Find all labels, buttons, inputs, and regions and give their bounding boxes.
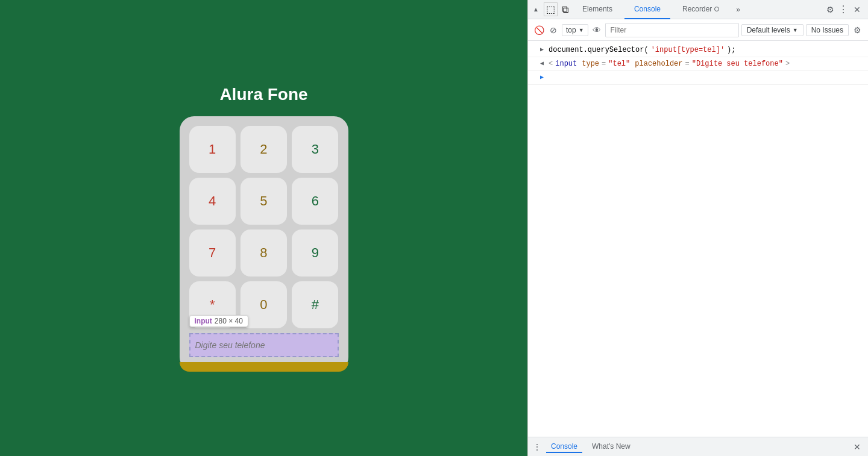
devtools-footer: ⋮ Console What's New ✕ [528, 437, 868, 456]
filter-icon[interactable]: ⊘ [547, 24, 559, 36]
device-icon[interactable]: ⧉ [560, 4, 570, 16]
tab-elements[interactable]: Elements [573, 0, 622, 19]
chevron-down-icon: ▼ [579, 27, 584, 33]
app-title: Alura Fone [219, 85, 307, 104]
key-9[interactable]: 9 [292, 230, 338, 276]
tooltip-size: 280 × 40 [215, 317, 243, 325]
key-8[interactable]: 8 [241, 230, 287, 276]
tab-recorder[interactable]: Recorder [673, 0, 729, 19]
devtools-panel: ▲ ⬚ ⧉ Elements Console Recorder » ⚙ ⋮ ✕ … [527, 0, 868, 456]
devtools-header: ▲ ⬚ ⧉ Elements Console Recorder » ⚙ ⋮ ✕ [528, 0, 868, 19]
key-5[interactable]: 5 [241, 178, 287, 225]
key-6[interactable]: 6 [292, 178, 338, 225]
footer-tab-whatsnew[interactable]: What's New [587, 441, 635, 453]
devtools-content: ▶ document.querySelector('input[type=tel… [528, 41, 868, 437]
key-7[interactable]: 7 [189, 230, 236, 276]
tab-more-icon[interactable]: » [731, 5, 745, 14]
recorder-dot [714, 7, 719, 11]
footer-close-icon[interactable]: ✕ [851, 441, 863, 453]
key-4[interactable]: 4 [189, 178, 236, 225]
context-selector[interactable]: top ▼ [562, 24, 588, 36]
expand-arrow[interactable]: ▶ [540, 72, 544, 83]
console-line-2: ◀ < input type = "tel" placeholder = "Di… [528, 57, 868, 71]
key-3[interactable]: 3 [292, 126, 338, 173]
keypad-row-2: 4 5 6 [189, 178, 339, 225]
tab-console[interactable]: Console [624, 0, 670, 19]
log-level-chevron: ▼ [793, 27, 798, 33]
footer-tab-console[interactable]: Console [546, 441, 582, 453]
no-issues-button[interactable]: No Issues [806, 24, 849, 36]
phone-container: 1 2 3 4 5 6 7 8 9 * 0 # input 280 × 40 [180, 116, 348, 372]
context-label: top [566, 26, 576, 34]
app-area: Alura Fone 1 2 3 4 5 6 7 8 9 * 0 # i [0, 0, 527, 456]
tooltip-tag: input [195, 317, 212, 325]
inspect-icon[interactable]: ⬚ [544, 2, 558, 16]
footer-dots-icon[interactable]: ⋮ [533, 442, 541, 452]
toolbar-settings-icon[interactable]: ⚙ [851, 24, 863, 36]
console-input-text: document.querySelector( [549, 45, 649, 55]
keypad-row-3: 7 8 9 [189, 230, 339, 276]
phone-input[interactable] [189, 333, 339, 357]
filter-input[interactable] [605, 23, 739, 37]
console-line-1: ▶ document.querySelector('input[type=tel… [528, 43, 868, 57]
console-arrow-1[interactable]: ▶ [540, 45, 544, 55]
input-tooltip: input 280 × 40 [189, 315, 248, 327]
log-level-dropdown[interactable]: Default levels ▼ [741, 24, 804, 36]
close-devtools-icon[interactable]: ✕ [851, 4, 863, 16]
output-arrow: ◀ [540, 58, 544, 69]
scroll-up-icon[interactable]: ▲ [533, 6, 539, 13]
eye-icon[interactable]: 👁 [591, 24, 603, 36]
keypad-row-1: 1 2 3 [189, 126, 339, 173]
console-line-3: ▶ [528, 71, 868, 85]
key-hash[interactable]: # [292, 281, 338, 328]
phone-bottom [180, 362, 348, 372]
clear-console-icon[interactable]: 🚫 [533, 24, 545, 36]
devtools-toolbar: 🚫 ⊘ top ▼ 👁 Default levels ▼ No Issues ⚙ [528, 19, 868, 41]
key-2[interactable]: 2 [241, 126, 287, 173]
settings-icon[interactable]: ⚙ [824, 4, 836, 16]
key-1[interactable]: 1 [189, 126, 236, 173]
input-row: input 280 × 40 [189, 333, 339, 357]
three-dots-icon[interactable]: ⋮ [838, 4, 849, 15]
